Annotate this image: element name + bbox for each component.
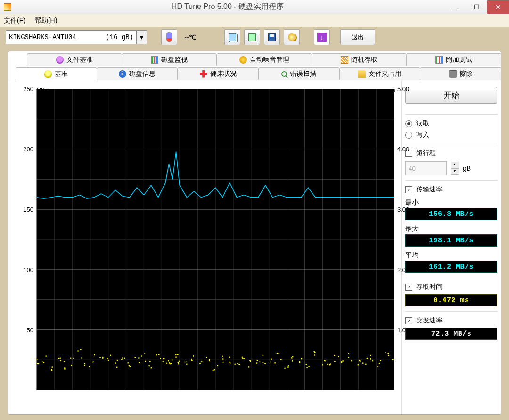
copy-image-icon: [248, 33, 256, 41]
svg-point-74: [144, 353, 146, 354]
chevron-down-icon[interactable]: ▾: [136, 31, 147, 44]
svg-point-184: [392, 359, 394, 360]
svg-point-145: [299, 361, 300, 362]
tab-label: 磁盘监视: [161, 56, 188, 64]
svg-point-49: [89, 366, 90, 367]
svg-point-168: [351, 360, 352, 362]
svg-point-35: [51, 366, 53, 368]
ytick: 3.00: [397, 206, 409, 213]
tab-folder-usage[interactable]: 文件夹占用: [339, 67, 421, 80]
svg-point-70: [139, 362, 140, 363]
menu-help[interactable]: 帮助(H): [35, 16, 57, 25]
max-value: 198.1 MB/s: [405, 234, 497, 247]
svg-point-46: [81, 357, 82, 359]
svg-point-38: [59, 358, 61, 359]
svg-point-180: [377, 366, 378, 367]
svg-point-107: [209, 359, 210, 360]
svg-point-58: [108, 360, 109, 361]
svg-point-162: [338, 356, 339, 357]
info-icon: [119, 70, 126, 78]
thermometer-icon: [166, 32, 172, 42]
svg-point-45: [73, 358, 74, 359]
svg-point-60: [107, 358, 108, 360]
tab-error-scan[interactable]: 错误扫描: [258, 67, 340, 80]
svg-point-129: [259, 361, 261, 362]
menu-file[interactable]: 文件(F): [4, 16, 25, 25]
svg-point-99: [186, 361, 188, 362]
svg-point-119: [234, 364, 236, 365]
svg-point-161: [334, 361, 336, 362]
temperature-button[interactable]: [161, 29, 177, 45]
tab-disk-monitor[interactable]: 磁盘监视: [122, 53, 217, 66]
refresh-button[interactable]: ↓: [314, 29, 330, 45]
svg-point-112: [222, 358, 224, 360]
copy-text-button[interactable]: [224, 29, 240, 45]
radio-read[interactable]: 读取: [405, 119, 497, 128]
drive-selector[interactable]: KINGSHARKS-ANTU04 (16 gB) ▾: [6, 30, 147, 44]
svg-point-100: [191, 360, 193, 361]
save-button[interactable]: [264, 29, 280, 45]
svg-point-147: [301, 358, 303, 360]
svg-point-95: [178, 362, 179, 363]
ytick: 2.00: [397, 266, 409, 273]
tab-label: 健康状况: [210, 70, 237, 78]
radio-label: 读取: [416, 119, 429, 128]
svg-point-160: [334, 355, 335, 356]
tab-content: MB/s ms 250 200 150 100 50 5.00 4.00 3.0…: [8, 80, 501, 414]
svg-point-76: [151, 367, 152, 369]
maximize-button[interactable]: ☐: [466, 0, 487, 14]
tab-erase[interactable]: 擦除: [420, 67, 501, 80]
tab-health[interactable]: 健康状况: [177, 67, 259, 80]
svg-point-157: [327, 364, 328, 365]
burst-value: 72.3 MB/s: [405, 328, 497, 340]
svg-point-98: [186, 363, 188, 365]
svg-point-106: [206, 357, 207, 358]
checkbox-short-stroke[interactable]: 短行程: [405, 149, 497, 157]
access-value: 0.472 ms: [405, 294, 497, 306]
checkbox-access-time[interactable]: 存取时间: [405, 283, 497, 291]
tab-label: 磁盘信息: [129, 70, 156, 78]
svg-point-33: [45, 355, 47, 357]
svg-point-87: [168, 360, 169, 362]
radio-write[interactable]: 写入: [405, 131, 497, 139]
tab-file-benchmark[interactable]: 文件基准: [27, 53, 122, 66]
svg-point-179: [379, 363, 380, 364]
menubar: 文件(F) 帮助(H): [0, 14, 509, 27]
svg-point-177: [370, 355, 371, 356]
svg-point-175: [372, 360, 373, 362]
svg-point-44: [71, 365, 72, 366]
tab-benchmark[interactable]: 基准: [16, 67, 97, 80]
svg-point-163: [341, 362, 342, 363]
ytick: 200: [23, 146, 33, 153]
svg-point-73: [141, 355, 142, 357]
options-button[interactable]: [284, 29, 300, 45]
svg-point-133: [270, 362, 271, 363]
tab-label: 附加测试: [446, 56, 472, 64]
tab-random-access[interactable]: 随机存取: [312, 53, 407, 66]
ytick: 50: [27, 327, 33, 334]
svg-point-28: [38, 363, 39, 365]
exit-button[interactable]: 退出: [340, 29, 375, 45]
copy-screenshot-button[interactable]: [244, 29, 260, 45]
tab-aam[interactable]: 自动噪音管理: [216, 53, 312, 66]
tab-label: 文件夹占用: [369, 70, 402, 78]
checkbox-transfer-rate[interactable]: 传输速率: [405, 185, 497, 194]
svg-point-143: [292, 360, 293, 362]
tab-info[interactable]: 磁盘信息: [97, 67, 178, 80]
svg-point-118: [238, 364, 240, 365]
minimize-button[interactable]: —: [444, 0, 466, 14]
svg-point-181: [388, 355, 389, 356]
svg-point-36: [51, 369, 52, 370]
start-button[interactable]: 开始: [405, 87, 497, 104]
chevron-up-icon: ▲: [451, 162, 459, 168]
checkbox-burst-rate[interactable]: 突发速率: [405, 316, 497, 325]
tab-extra-tests[interactable]: 附加测试: [406, 53, 501, 66]
min-value: 156.3 MB/s: [405, 208, 497, 220]
svg-point-96: [178, 363, 179, 365]
bulb-icon: [44, 70, 52, 78]
svg-point-135: [274, 362, 276, 364]
svg-point-54: [92, 362, 93, 363]
svg-point-125: [248, 366, 249, 368]
svg-point-105: [201, 361, 203, 362]
close-button[interactable]: ✕: [487, 0, 509, 14]
